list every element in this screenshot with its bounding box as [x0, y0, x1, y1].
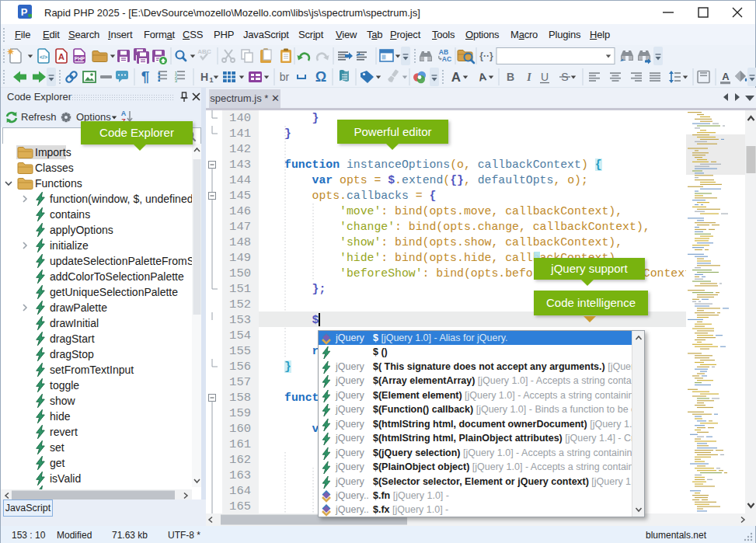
- svg-text:Ω: Ω: [315, 69, 326, 85]
- svg-text:A: A: [451, 70, 461, 85]
- svg-text:{··}: {··}: [479, 50, 493, 61]
- svg-text:A: A: [722, 71, 730, 82]
- svg-text:¶: ¶: [141, 68, 150, 85]
- svg-text:A: A: [477, 70, 487, 84]
- svg-text:1: 1: [209, 76, 213, 84]
- svg-text:U: U: [541, 71, 549, 83]
- svg-text:H: H: [200, 71, 208, 83]
- svg-text:br: br: [280, 71, 290, 83]
- svg-text:ABC: ABC: [197, 48, 211, 55]
- svg-text:PHP: PHP: [75, 56, 85, 61]
- svg-text:</>: </>: [40, 54, 47, 60]
- svg-text:I: I: [526, 71, 531, 83]
- svg-text:P: P: [21, 6, 28, 18]
- svg-text:B: B: [507, 71, 514, 83]
- svg-text:A: A: [58, 52, 64, 61]
- svg-text:A: A: [121, 110, 127, 117]
- svg-text:AC: AC: [442, 55, 451, 63]
